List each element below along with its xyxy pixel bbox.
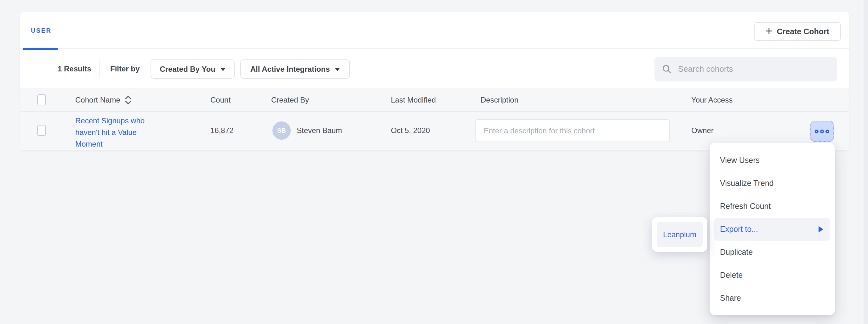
column-header-your-access: Your Access <box>691 88 733 111</box>
menu-item-view-users[interactable]: View Users <box>710 149 835 172</box>
cohort-name-link[interactable]: Recent Signups who haven't hit a Value M… <box>75 115 155 150</box>
kebab-dot <box>826 130 829 133</box>
created-by-dropdown-label: Created By You <box>160 65 215 74</box>
menu-item-share[interactable]: Share <box>710 287 835 310</box>
kebab-dot <box>820 130 824 133</box>
cohort-name-header-label: Cohort Name <box>75 96 120 104</box>
filter-by-label: Filter by <box>110 49 140 88</box>
description-input[interactable] <box>475 119 670 142</box>
menu-item-delete[interactable]: Delete <box>710 263 835 287</box>
column-header-cohort-name[interactable]: Cohort Name <box>75 88 132 111</box>
column-header-last-modified: Last Modified <box>391 88 436 111</box>
sort-icon[interactable] <box>124 95 132 105</box>
page-scroll-strip <box>864 0 868 324</box>
column-header-description: Description <box>480 88 518 111</box>
access-value: Owner <box>691 112 714 149</box>
submenu-arrow-icon <box>818 226 823 232</box>
cohort-count: 16,872 <box>210 112 234 149</box>
tab-user[interactable]: USER <box>23 12 60 49</box>
chevron-down-icon <box>220 68 225 71</box>
create-cohort-button[interactable]: + Create Cohort <box>754 22 841 41</box>
tab-user-label: USER <box>31 27 52 34</box>
integrations-dropdown-label: All Active Integrations <box>250 65 330 74</box>
tab-bar: USER + Create Cohort <box>20 12 849 49</box>
created-by-dropdown[interactable]: Created By You <box>151 60 235 79</box>
filter-bar: 1 Results Filter by Created By You All A… <box>20 49 849 88</box>
cohorts-panel: USER + Create Cohort 1 Results Filter by… <box>20 12 849 150</box>
menu-item-export-to[interactable]: Export to... <box>714 218 830 241</box>
results-count: 1 Results <box>58 49 91 88</box>
column-header-count: Count <box>210 88 230 111</box>
row-actions-menu: View Users Visualize Trend Refresh Count… <box>710 143 835 315</box>
export-submenu: Leanplum <box>652 217 707 252</box>
export-to-label: Export to... <box>720 225 758 234</box>
last-modified-date: Oct 5, 2020 <box>391 112 430 149</box>
search-icon <box>662 64 672 75</box>
search-box <box>654 57 837 81</box>
submenu-item-leanplum[interactable]: Leanplum <box>657 222 703 247</box>
row-actions-kebab-button[interactable] <box>810 121 834 142</box>
kebab-dot <box>815 130 818 133</box>
divider <box>99 60 100 78</box>
plus-icon: + <box>766 25 773 37</box>
avatar: SB <box>273 121 291 140</box>
select-all-checkbox[interactable] <box>37 94 46 105</box>
menu-item-duplicate[interactable]: Duplicate <box>710 241 835 263</box>
column-header-created-by: Created By <box>271 88 309 111</box>
row-checkbox[interactable] <box>37 125 46 136</box>
create-cohort-label: Create Cohort <box>777 27 829 36</box>
integrations-dropdown[interactable]: All Active Integrations <box>240 60 350 79</box>
menu-item-refresh-count[interactable]: Refresh Count <box>710 195 835 218</box>
menu-item-visualize-trend[interactable]: Visualize Trend <box>710 172 835 195</box>
creator-name: Steven Baum <box>297 112 342 149</box>
search-input[interactable] <box>678 64 830 74</box>
chevron-down-icon <box>335 68 340 71</box>
table-header-row: Cohort Name Count Created By Last Modifi… <box>20 88 849 112</box>
